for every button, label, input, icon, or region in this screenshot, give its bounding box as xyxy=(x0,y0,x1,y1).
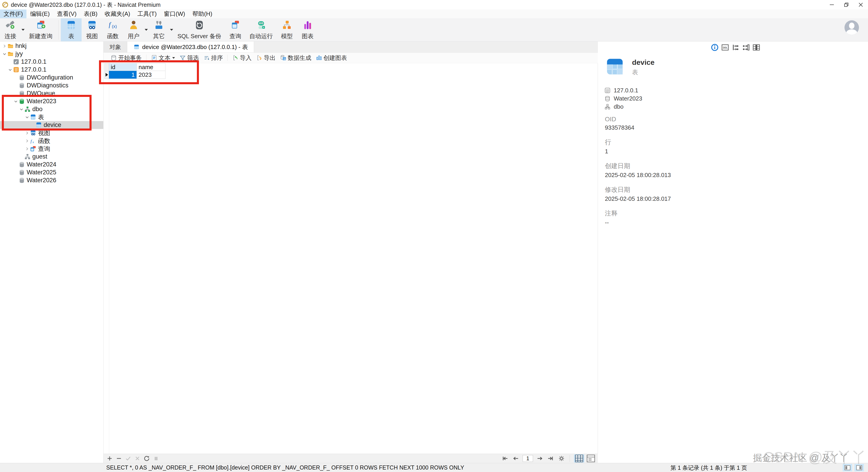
page-settings-button[interactable] xyxy=(558,455,565,462)
last-page-button[interactable] xyxy=(547,455,554,462)
grid-view-button[interactable] xyxy=(574,454,584,463)
form-view-button[interactable] xyxy=(586,454,596,463)
menu-item-6[interactable]: 工具(T) xyxy=(134,9,160,18)
toolbar-button-connection[interactable]: 连接 xyxy=(0,18,21,41)
dropdown-arrow-icon[interactable] xyxy=(21,18,25,41)
menu-item-1[interactable]: 文件(F) xyxy=(0,9,26,18)
table-toolbar-import-button[interactable]: 导入 xyxy=(232,54,252,62)
toolbar-button-table[interactable]: 表 xyxy=(61,18,82,41)
toolbar-button-query[interactable]: 查询 xyxy=(225,18,246,41)
menu-item-2[interactable]: 编辑(E) xyxy=(26,9,53,18)
object-meta-value: Water2023 xyxy=(614,95,642,102)
tree-item-Water2025[interactable]: Water2025 xyxy=(0,168,103,176)
expanded-arrow-icon[interactable] xyxy=(13,99,19,104)
tree-item-dbo[interactable]: dbo xyxy=(0,105,103,113)
column-header-id[interactable]: id xyxy=(109,63,137,71)
row-marker-cell[interactable] xyxy=(104,71,109,79)
toolbar-button-automation[interactable]: 自动运行 xyxy=(246,18,276,41)
stop-button[interactable] xyxy=(153,455,159,462)
tab-objects[interactable]: 对象 xyxy=(103,41,127,53)
fields-tab[interactable] xyxy=(732,43,740,52)
discard-changes-button[interactable] xyxy=(134,455,141,462)
toolbar-button-user[interactable]: 用户 xyxy=(123,18,144,41)
table-toolbar-datagen-button[interactable]: 101ABC数据生成 xyxy=(280,54,311,62)
tree-item-device[interactable]: device xyxy=(0,121,103,129)
tree-item-127.0.0.1[interactable]: 127.0.0.1 xyxy=(0,66,103,74)
tree-item-Water2023[interactable]: Water2023 xyxy=(0,97,103,105)
tree-item-Water2026[interactable]: Water2026 xyxy=(0,176,103,184)
tree-item-hnkj[interactable]: hnkj xyxy=(0,42,103,50)
menu-item-4[interactable]: 表(B) xyxy=(80,9,101,18)
tree-item-视图[interactable]: 视图 xyxy=(0,129,103,137)
table-toolbar-textdoc-button[interactable]: 文本 xyxy=(151,54,175,62)
viewSm-icon xyxy=(30,130,36,136)
toolbar-button-model[interactable]: 模型 xyxy=(276,18,297,41)
refresh-button[interactable] xyxy=(144,455,150,462)
collapsed-arrow-icon[interactable] xyxy=(24,138,30,144)
tree-item-DWDiagnostics[interactable]: DWDiagnostics xyxy=(0,81,103,90)
delete-record-button[interactable] xyxy=(116,455,122,462)
table-toolbar-sort-button[interactable]: 排序 xyxy=(204,54,223,62)
expanded-arrow-icon[interactable] xyxy=(19,107,24,112)
previous-page-button[interactable] xyxy=(513,455,519,462)
tree-item-DWQueue[interactable]: DWQueue xyxy=(0,90,103,97)
user-avatar[interactable] xyxy=(844,20,859,35)
expanded-arrow-icon[interactable] xyxy=(2,51,7,57)
expanded-arrow-icon[interactable] xyxy=(7,67,13,72)
toolbar-button-backup[interactable]: SQL Server 备份 xyxy=(174,18,225,41)
table-toolbar-filter-button[interactable]: 筛选 xyxy=(180,54,199,62)
indexes-tab[interactable] xyxy=(742,43,750,52)
toggle-right-pane-button[interactable] xyxy=(855,464,864,471)
collapsed-arrow-icon[interactable] xyxy=(24,146,30,151)
page-number-input[interactable]: 1 xyxy=(523,455,533,462)
minus-icon xyxy=(116,455,122,462)
ddl-tab[interactable]: DDL xyxy=(721,43,729,52)
preview-tab[interactable] xyxy=(752,43,761,52)
toolbar-button-view[interactable]: 视图 xyxy=(82,18,102,41)
tree-item-函数[interactable]: fx函数 xyxy=(0,137,103,145)
dbGray-icon xyxy=(19,177,25,183)
maximize-button[interactable] xyxy=(839,0,854,9)
tree-item-Water2024[interactable]: Water2024 xyxy=(0,161,103,168)
tree-item-表[interactable]: 表 xyxy=(0,113,103,121)
tree-item-jyy[interactable]: jyy xyxy=(0,50,103,58)
table-toolbar-chartsm-button[interactable]: 创建图表 xyxy=(316,54,347,62)
toolbar-button-other[interactable]: 其它 xyxy=(149,18,169,41)
info-tab[interactable] xyxy=(711,43,719,52)
property-section-2: 行1 xyxy=(605,138,671,155)
toolbar-button-fx[interactable]: f(x)函数 xyxy=(102,18,123,41)
main-toolbar: 连接新建查询表视图f(x)函数用户其它SQL Server 备份查询自动运行模型… xyxy=(0,18,868,41)
arrow-spacer xyxy=(19,154,24,160)
tree-item-DWConfiguration[interactable]: DWConfiguration xyxy=(0,74,103,81)
menu-item-3[interactable]: 查看(V) xyxy=(53,9,80,18)
dropdown-arrow-icon[interactable] xyxy=(144,18,149,41)
next-page-button[interactable] xyxy=(536,455,543,462)
menu-item-8[interactable]: 帮助(H) xyxy=(189,9,216,18)
menu-item-5[interactable]: 收藏夹(A) xyxy=(101,9,134,18)
apply-changes-button[interactable] xyxy=(125,455,131,462)
menu-item-7[interactable]: 窗口(W) xyxy=(160,9,189,18)
tree-item-127.0.0.1[interactable]: 127.0.0.1 xyxy=(0,58,103,66)
table-toolbar-transaction-button[interactable]: 开始事务 xyxy=(111,54,142,62)
toolbar-button-label: 用户 xyxy=(128,32,140,40)
svg-text:f: f xyxy=(109,21,112,28)
grid-cell-id[interactable]: 1 xyxy=(109,71,137,79)
tab-device-table[interactable]: device @Water2023.dbo (127.0.0.1) - 表 xyxy=(127,41,254,53)
first-page-button[interactable] xyxy=(502,455,508,462)
tree-item-查询[interactable]: 查询 xyxy=(0,145,103,153)
collapsed-arrow-icon[interactable] xyxy=(24,130,30,136)
toolbar-button-chart[interactable]: 图表 xyxy=(297,18,318,41)
add-record-button[interactable] xyxy=(106,455,113,462)
column-header-name[interactable]: name xyxy=(137,63,165,71)
close-button[interactable] xyxy=(854,0,868,9)
collapsed-arrow-icon[interactable] xyxy=(2,43,7,49)
toggle-left-pane-button[interactable] xyxy=(843,464,852,471)
fx-icon: f(x) xyxy=(107,20,118,31)
grid-cell-name[interactable]: 2023 xyxy=(137,71,165,79)
tree-item-guest[interactable]: guest xyxy=(0,153,103,161)
toolbar-button-newquery[interactable]: 新建查询 xyxy=(25,18,56,41)
minimize-button[interactable] xyxy=(825,0,839,9)
table-toolbar-export-button[interactable]: 导出 xyxy=(256,54,276,62)
expanded-arrow-icon[interactable] xyxy=(24,114,30,120)
dropdown-arrow-icon[interactable] xyxy=(169,18,174,41)
